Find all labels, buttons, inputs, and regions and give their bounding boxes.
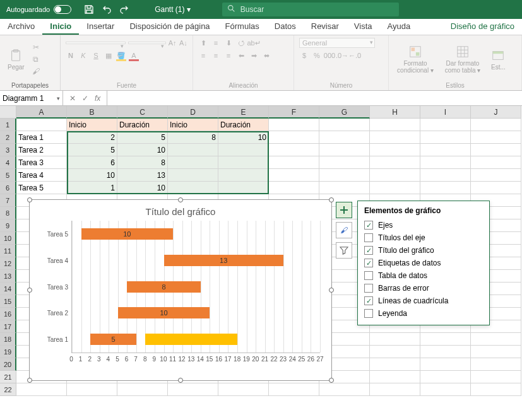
- row-header[interactable]: 9: [0, 219, 16, 232]
- align-left-icon[interactable]: ≡: [198, 50, 208, 61]
- row-header[interactable]: 8: [0, 207, 16, 219]
- row-header[interactable]: 18: [0, 333, 16, 346]
- col-header[interactable]: G: [319, 106, 370, 119]
- cell[interactable]: [319, 182, 370, 194]
- cell[interactable]: [471, 156, 521, 169]
- percent-icon[interactable]: %: [312, 50, 322, 61]
- font-size-combo[interactable]: [128, 42, 166, 44]
- orientation-icon[interactable]: ⭯: [236, 38, 246, 48]
- cell[interactable]: [420, 371, 471, 383]
- cell[interactable]: [269, 131, 319, 144]
- cell[interactable]: [370, 119, 420, 131]
- cell[interactable]: Tarea 2: [16, 144, 67, 156]
- worksheet-grid[interactable]: A B C D E F G H I J 1 Inicio Duración In…: [0, 106, 522, 396]
- fill-color-icon[interactable]: 🪣: [116, 50, 126, 61]
- row-header[interactable]: 22: [0, 383, 16, 396]
- cell[interactable]: [471, 119, 521, 131]
- col-header[interactable]: F: [269, 106, 319, 119]
- resize-handle[interactable]: [178, 197, 183, 202]
- chart-bar[interactable]: [145, 334, 237, 345]
- cell[interactable]: [319, 119, 370, 131]
- cell[interactable]: [269, 144, 319, 156]
- cell[interactable]: Tarea 5: [16, 182, 67, 194]
- cell[interactable]: [471, 333, 521, 346]
- chart-element-option[interactable]: Tabla de datos: [364, 269, 483, 282]
- col-header[interactable]: D: [168, 106, 218, 119]
- col-header[interactable]: C: [117, 106, 168, 119]
- col-header[interactable]: J: [471, 106, 521, 119]
- tab-ayuda[interactable]: Ayuda: [380, 19, 418, 35]
- chart-bar[interactable]: 10: [118, 307, 210, 318]
- cell[interactable]: [420, 333, 471, 346]
- row-header[interactable]: 11: [0, 245, 16, 257]
- cell[interactable]: [67, 383, 117, 396]
- shrink-font-icon[interactable]: A↓: [179, 38, 187, 48]
- search-box[interactable]: Buscar: [222, 3, 399, 16]
- chart-bar[interactable]: 5: [90, 334, 136, 345]
- cell[interactable]: 5: [67, 144, 117, 156]
- indent-inc-icon[interactable]: ➡: [249, 50, 259, 61]
- document-title[interactable]: Gantt (1) ▾: [136, 5, 210, 14]
- redo-icon[interactable]: [119, 4, 129, 15]
- chart-element-option[interactable]: ✓Etiquetas de datos: [364, 257, 483, 269]
- cell[interactable]: [218, 156, 269, 169]
- italic-icon[interactable]: K: [78, 50, 88, 61]
- row-header[interactable]: 12: [0, 257, 16, 270]
- cell[interactable]: [117, 383, 168, 396]
- cell[interactable]: [370, 144, 420, 156]
- cell[interactable]: 13: [117, 169, 168, 182]
- col-header[interactable]: E: [218, 106, 269, 119]
- autosave-toggle[interactable]: Autoguardado: [0, 5, 78, 14]
- cell[interactable]: [420, 119, 471, 131]
- cond-format-button[interactable]: Formato condicional ▾: [394, 44, 437, 75]
- cell[interactable]: [269, 169, 319, 182]
- cell[interactable]: 1: [67, 182, 117, 194]
- cell[interactable]: Duración: [218, 119, 269, 131]
- indent-dec-icon[interactable]: ⬅: [236, 50, 246, 61]
- cell[interactable]: [471, 182, 521, 194]
- cell[interactable]: [420, 144, 471, 156]
- cell[interactable]: [420, 358, 471, 371]
- row-header[interactable]: 7: [0, 194, 16, 207]
- chart-title[interactable]: Título del gráfico: [30, 200, 331, 221]
- cell[interactable]: [471, 358, 521, 371]
- inc-decimal-icon[interactable]: .0→: [337, 50, 347, 61]
- chart-bar[interactable]: 10: [81, 228, 174, 240]
- col-header[interactable]: H: [370, 106, 420, 119]
- cell[interactable]: [471, 346, 521, 358]
- dec-decimal-icon[interactable]: ←.0: [350, 50, 360, 61]
- cell[interactable]: [319, 156, 370, 169]
- cell[interactable]: [269, 182, 319, 194]
- chart-element-option[interactable]: ✓Líneas de cuadrícula: [364, 295, 483, 307]
- fx-icon[interactable]: fx: [95, 94, 100, 103]
- align-middle-icon[interactable]: ≡: [211, 38, 221, 48]
- cell[interactable]: 8: [168, 131, 218, 144]
- cell[interactable]: Inicio: [67, 119, 117, 131]
- cell[interactable]: [370, 182, 420, 194]
- cell[interactable]: Inicio: [168, 119, 218, 131]
- tab-disposicion[interactable]: Disposición de página: [122, 19, 217, 35]
- cell[interactable]: Tarea 4: [16, 169, 67, 182]
- cell[interactable]: [218, 182, 269, 194]
- row-header[interactable]: 1: [0, 119, 16, 131]
- cell[interactable]: [16, 119, 67, 131]
- cell[interactable]: [269, 383, 319, 396]
- cell[interactable]: [370, 333, 420, 346]
- row-header[interactable]: 14: [0, 283, 16, 295]
- cell[interactable]: [370, 346, 420, 358]
- cut-icon[interactable]: ✂: [31, 42, 41, 52]
- align-bottom-icon[interactable]: ⬇: [223, 38, 234, 48]
- cell[interactable]: [370, 383, 420, 396]
- enter-icon[interactable]: ✓: [82, 94, 88, 103]
- cell[interactable]: [420, 383, 471, 396]
- resize-handle[interactable]: [178, 378, 183, 383]
- row-header[interactable]: 16: [0, 308, 16, 320]
- align-center-icon[interactable]: ≡: [211, 50, 221, 61]
- tab-formulas[interactable]: Fórmulas: [218, 19, 267, 35]
- cell[interactable]: 8: [117, 156, 168, 169]
- currency-icon[interactable]: $: [299, 50, 309, 61]
- row-header[interactable]: 2: [0, 131, 16, 144]
- cell[interactable]: Tarea 1: [16, 131, 67, 144]
- col-header[interactable]: I: [420, 106, 471, 119]
- cell[interactable]: [471, 383, 521, 396]
